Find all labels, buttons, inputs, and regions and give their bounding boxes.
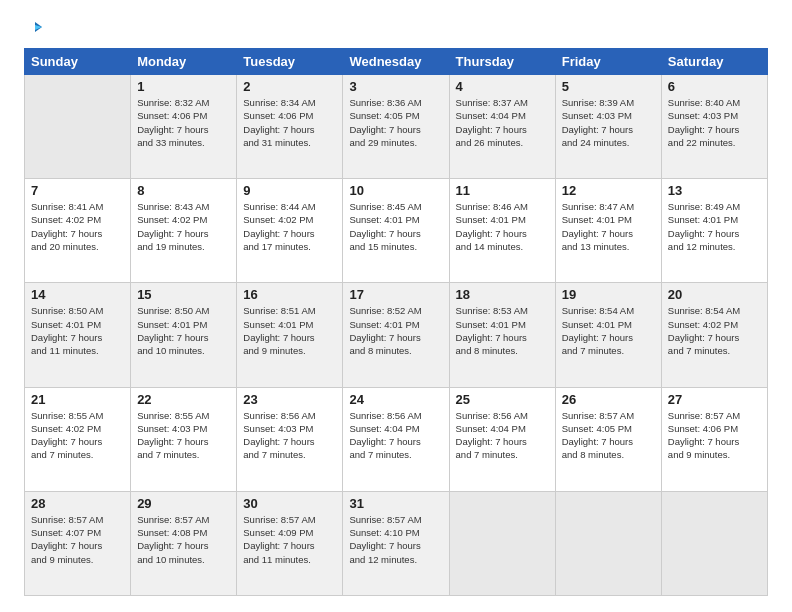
calendar-header-monday: Monday — [131, 49, 237, 75]
day-info: Sunrise: 8:57 AM Sunset: 4:10 PM Dayligh… — [349, 513, 442, 566]
page: SundayMondayTuesdayWednesdayThursdayFrid… — [0, 0, 792, 612]
day-number: 29 — [137, 496, 230, 511]
calendar-cell: 10Sunrise: 8:45 AM Sunset: 4:01 PM Dayli… — [343, 179, 449, 283]
calendar-week-row: 1Sunrise: 8:32 AM Sunset: 4:06 PM Daylig… — [25, 75, 768, 179]
day-info: Sunrise: 8:57 AM Sunset: 4:09 PM Dayligh… — [243, 513, 336, 566]
day-number: 6 — [668, 79, 761, 94]
day-number: 15 — [137, 287, 230, 302]
calendar-cell: 8Sunrise: 8:43 AM Sunset: 4:02 PM Daylig… — [131, 179, 237, 283]
day-info: Sunrise: 8:44 AM Sunset: 4:02 PM Dayligh… — [243, 200, 336, 253]
day-info: Sunrise: 8:56 AM Sunset: 4:04 PM Dayligh… — [349, 409, 442, 462]
day-info: Sunrise: 8:40 AM Sunset: 4:03 PM Dayligh… — [668, 96, 761, 149]
calendar-cell: 18Sunrise: 8:53 AM Sunset: 4:01 PM Dayli… — [449, 283, 555, 387]
day-info: Sunrise: 8:50 AM Sunset: 4:01 PM Dayligh… — [31, 304, 124, 357]
day-number: 26 — [562, 392, 655, 407]
calendar-cell: 6Sunrise: 8:40 AM Sunset: 4:03 PM Daylig… — [661, 75, 767, 179]
day-info: Sunrise: 8:56 AM Sunset: 4:03 PM Dayligh… — [243, 409, 336, 462]
day-number: 28 — [31, 496, 124, 511]
day-info: Sunrise: 8:51 AM Sunset: 4:01 PM Dayligh… — [243, 304, 336, 357]
day-info: Sunrise: 8:45 AM Sunset: 4:01 PM Dayligh… — [349, 200, 442, 253]
day-number: 31 — [349, 496, 442, 511]
day-number: 30 — [243, 496, 336, 511]
day-info: Sunrise: 8:57 AM Sunset: 4:08 PM Dayligh… — [137, 513, 230, 566]
day-number: 17 — [349, 287, 442, 302]
calendar-cell: 7Sunrise: 8:41 AM Sunset: 4:02 PM Daylig… — [25, 179, 131, 283]
calendar-week-row: 28Sunrise: 8:57 AM Sunset: 4:07 PM Dayli… — [25, 491, 768, 595]
calendar-cell: 26Sunrise: 8:57 AM Sunset: 4:05 PM Dayli… — [555, 387, 661, 491]
day-info: Sunrise: 8:43 AM Sunset: 4:02 PM Dayligh… — [137, 200, 230, 253]
calendar-cell: 20Sunrise: 8:54 AM Sunset: 4:02 PM Dayli… — [661, 283, 767, 387]
day-number: 27 — [668, 392, 761, 407]
day-info: Sunrise: 8:55 AM Sunset: 4:02 PM Dayligh… — [31, 409, 124, 462]
calendar-cell: 9Sunrise: 8:44 AM Sunset: 4:02 PM Daylig… — [237, 179, 343, 283]
calendar-cell: 13Sunrise: 8:49 AM Sunset: 4:01 PM Dayli… — [661, 179, 767, 283]
day-number: 20 — [668, 287, 761, 302]
calendar-cell — [661, 491, 767, 595]
day-number: 8 — [137, 183, 230, 198]
calendar-cell: 19Sunrise: 8:54 AM Sunset: 4:01 PM Dayli… — [555, 283, 661, 387]
day-info: Sunrise: 8:49 AM Sunset: 4:01 PM Dayligh… — [668, 200, 761, 253]
calendar-cell: 28Sunrise: 8:57 AM Sunset: 4:07 PM Dayli… — [25, 491, 131, 595]
calendar-cell: 14Sunrise: 8:50 AM Sunset: 4:01 PM Dayli… — [25, 283, 131, 387]
day-info: Sunrise: 8:54 AM Sunset: 4:01 PM Dayligh… — [562, 304, 655, 357]
calendar-cell: 31Sunrise: 8:57 AM Sunset: 4:10 PM Dayli… — [343, 491, 449, 595]
day-info: Sunrise: 8:55 AM Sunset: 4:03 PM Dayligh… — [137, 409, 230, 462]
day-number: 25 — [456, 392, 549, 407]
day-info: Sunrise: 8:34 AM Sunset: 4:06 PM Dayligh… — [243, 96, 336, 149]
calendar-header-row: SundayMondayTuesdayWednesdayThursdayFrid… — [25, 49, 768, 75]
calendar-table: SundayMondayTuesdayWednesdayThursdayFrid… — [24, 48, 768, 596]
calendar-header-friday: Friday — [555, 49, 661, 75]
day-info: Sunrise: 8:53 AM Sunset: 4:01 PM Dayligh… — [456, 304, 549, 357]
calendar-header-thursday: Thursday — [449, 49, 555, 75]
logo — [24, 20, 44, 38]
calendar-header-saturday: Saturday — [661, 49, 767, 75]
calendar-cell: 25Sunrise: 8:56 AM Sunset: 4:04 PM Dayli… — [449, 387, 555, 491]
day-number: 12 — [562, 183, 655, 198]
day-info: Sunrise: 8:41 AM Sunset: 4:02 PM Dayligh… — [31, 200, 124, 253]
calendar-cell: 4Sunrise: 8:37 AM Sunset: 4:04 PM Daylig… — [449, 75, 555, 179]
calendar-cell: 24Sunrise: 8:56 AM Sunset: 4:04 PM Dayli… — [343, 387, 449, 491]
day-number: 19 — [562, 287, 655, 302]
calendar-cell: 12Sunrise: 8:47 AM Sunset: 4:01 PM Dayli… — [555, 179, 661, 283]
day-info: Sunrise: 8:47 AM Sunset: 4:01 PM Dayligh… — [562, 200, 655, 253]
calendar-cell: 23Sunrise: 8:56 AM Sunset: 4:03 PM Dayli… — [237, 387, 343, 491]
day-number: 1 — [137, 79, 230, 94]
day-info: Sunrise: 8:37 AM Sunset: 4:04 PM Dayligh… — [456, 96, 549, 149]
day-number: 23 — [243, 392, 336, 407]
day-info: Sunrise: 8:46 AM Sunset: 4:01 PM Dayligh… — [456, 200, 549, 253]
day-number: 18 — [456, 287, 549, 302]
day-number: 7 — [31, 183, 124, 198]
day-number: 16 — [243, 287, 336, 302]
calendar-cell: 1Sunrise: 8:32 AM Sunset: 4:06 PM Daylig… — [131, 75, 237, 179]
day-number: 9 — [243, 183, 336, 198]
day-number: 11 — [456, 183, 549, 198]
calendar-cell: 21Sunrise: 8:55 AM Sunset: 4:02 PM Dayli… — [25, 387, 131, 491]
calendar-cell — [555, 491, 661, 595]
day-info: Sunrise: 8:50 AM Sunset: 4:01 PM Dayligh… — [137, 304, 230, 357]
day-number: 4 — [456, 79, 549, 94]
day-info: Sunrise: 8:36 AM Sunset: 4:05 PM Dayligh… — [349, 96, 442, 149]
day-info: Sunrise: 8:56 AM Sunset: 4:04 PM Dayligh… — [456, 409, 549, 462]
calendar-header-tuesday: Tuesday — [237, 49, 343, 75]
calendar-cell: 5Sunrise: 8:39 AM Sunset: 4:03 PM Daylig… — [555, 75, 661, 179]
calendar-header-wednesday: Wednesday — [343, 49, 449, 75]
calendar-cell: 22Sunrise: 8:55 AM Sunset: 4:03 PM Dayli… — [131, 387, 237, 491]
calendar-week-row: 21Sunrise: 8:55 AM Sunset: 4:02 PM Dayli… — [25, 387, 768, 491]
day-number: 3 — [349, 79, 442, 94]
day-number: 21 — [31, 392, 124, 407]
calendar-cell: 30Sunrise: 8:57 AM Sunset: 4:09 PM Dayli… — [237, 491, 343, 595]
day-number: 14 — [31, 287, 124, 302]
calendar-cell: 16Sunrise: 8:51 AM Sunset: 4:01 PM Dayli… — [237, 283, 343, 387]
calendar-week-row: 14Sunrise: 8:50 AM Sunset: 4:01 PM Dayli… — [25, 283, 768, 387]
day-info: Sunrise: 8:57 AM Sunset: 4:05 PM Dayligh… — [562, 409, 655, 462]
calendar-week-row: 7Sunrise: 8:41 AM Sunset: 4:02 PM Daylig… — [25, 179, 768, 283]
logo-flag-icon — [26, 20, 44, 38]
day-number: 5 — [562, 79, 655, 94]
day-info: Sunrise: 8:39 AM Sunset: 4:03 PM Dayligh… — [562, 96, 655, 149]
day-info: Sunrise: 8:52 AM Sunset: 4:01 PM Dayligh… — [349, 304, 442, 357]
calendar-cell: 11Sunrise: 8:46 AM Sunset: 4:01 PM Dayli… — [449, 179, 555, 283]
calendar-cell — [25, 75, 131, 179]
calendar-cell: 3Sunrise: 8:36 AM Sunset: 4:05 PM Daylig… — [343, 75, 449, 179]
day-info: Sunrise: 8:57 AM Sunset: 4:06 PM Dayligh… — [668, 409, 761, 462]
day-number: 24 — [349, 392, 442, 407]
